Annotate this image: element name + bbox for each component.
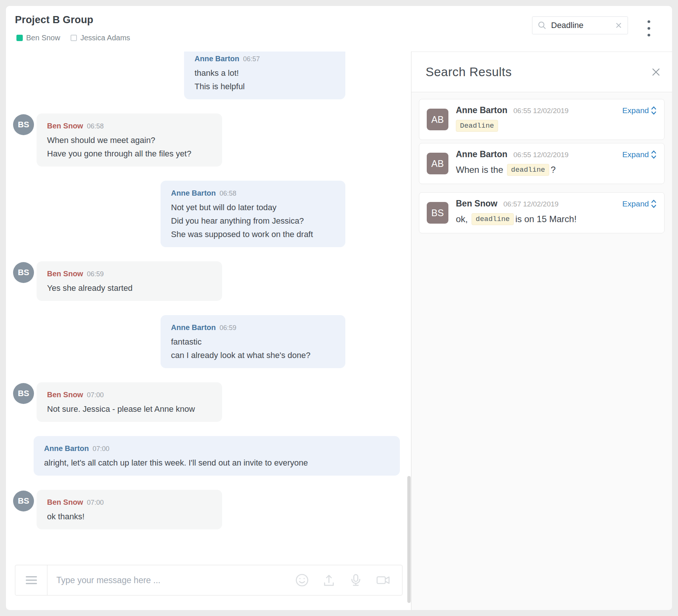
hamburger-icon[interactable] bbox=[15, 565, 47, 595]
search-icon bbox=[538, 21, 547, 30]
expand-button[interactable]: Expand bbox=[622, 199, 657, 209]
message-time: 06:59 bbox=[87, 270, 104, 278]
message-bubble: Anne Barton06:58Not yet but will do late… bbox=[161, 181, 345, 247]
microphone-icon[interactable] bbox=[349, 573, 363, 587]
message-time: 06:57 bbox=[243, 55, 260, 63]
message-author: Ben Snow bbox=[47, 122, 83, 130]
kebab-menu-icon[interactable] bbox=[643, 18, 655, 39]
avatar[interactable]: BS bbox=[427, 202, 448, 224]
message-line: Yes she already started bbox=[47, 281, 212, 295]
message-bubble: Anne Barton06:59fantasticcan I already l… bbox=[161, 315, 345, 368]
result-text-fragment: is on 15 March! bbox=[515, 214, 576, 224]
message-author: Anne Barton bbox=[171, 189, 216, 197]
result-body: Anne Barton06:55 12/02/2019ExpandWhen is… bbox=[456, 149, 657, 178]
expand-button[interactable]: Expand bbox=[622, 149, 657, 160]
message-time: 06:59 bbox=[220, 324, 236, 332]
message-line: Did you hear anything from Jessica? bbox=[171, 214, 335, 228]
result-author: Anne Barton bbox=[456, 149, 507, 159]
message-head: Ben Snow07:00 bbox=[47, 498, 212, 507]
expand-label: Expand bbox=[622, 150, 649, 159]
close-icon[interactable] bbox=[651, 67, 661, 77]
expand-chevrons-icon bbox=[651, 199, 657, 209]
participant-name: Jessica Adams bbox=[80, 34, 130, 42]
message-bubble: Anne Barton07:00alright, let's all catch… bbox=[34, 436, 400, 476]
message-row: Anne Barton07:00alright, let's all catch… bbox=[6, 436, 411, 476]
message-row: Anne Barton06:59fantasticcan I already l… bbox=[6, 315, 411, 368]
message-line: Not yet but will do later today bbox=[171, 201, 335, 214]
page-title: Project B Group bbox=[15, 14, 93, 26]
result-timestamp: 06:55 12/02/2019 bbox=[513, 107, 569, 115]
result-author: Ben Snow bbox=[456, 199, 497, 209]
message-line: This is helpful bbox=[195, 80, 335, 93]
message-row: Anne Barton06:58Not yet but will do late… bbox=[6, 181, 411, 247]
message-line: Have you gone through all the files yet? bbox=[47, 147, 212, 161]
composer-icons bbox=[295, 565, 402, 595]
result-author: Anne Barton bbox=[456, 105, 507, 115]
clear-icon[interactable] bbox=[615, 22, 622, 29]
emoji-icon[interactable] bbox=[295, 573, 309, 587]
message-bubble: Ben Snow07:00ok thanks! bbox=[37, 490, 222, 529]
panel-title: Search Results bbox=[426, 65, 512, 79]
message-line: Not sure. Jessica - please let Anne know bbox=[47, 402, 212, 416]
search-result-card[interactable]: BSBen Snow06:57 12/02/2019Expandok,deadl… bbox=[419, 192, 665, 233]
message-author: Anne Barton bbox=[44, 444, 89, 452]
message-author: Anne Barton bbox=[171, 323, 216, 332]
expand-button[interactable]: Expand bbox=[622, 105, 657, 116]
message-head: Ben Snow07:00 bbox=[47, 391, 212, 399]
result-text-fragment: When is the bbox=[456, 165, 503, 175]
result-body: Ben Snow06:57 12/02/2019Expandok,deadlin… bbox=[456, 199, 657, 227]
message-bubble: Ben Snow06:59Yes she already started bbox=[37, 261, 222, 301]
message-time: 06:58 bbox=[220, 190, 236, 197]
avatar[interactable]: AB bbox=[427, 109, 448, 130]
message-input[interactable] bbox=[47, 565, 295, 595]
message-author: Ben Snow bbox=[47, 391, 83, 399]
upload-icon[interactable] bbox=[322, 573, 336, 587]
avatar[interactable]: AB bbox=[427, 153, 448, 174]
result-text-fragment: ok, bbox=[456, 214, 468, 224]
message-bubble: Ben Snow07:00Not sure. Jessica - please … bbox=[37, 382, 222, 422]
message-time: 06:58 bbox=[87, 122, 104, 130]
result-body: Anne Barton06:55 12/02/2019ExpandDeadlin… bbox=[456, 105, 657, 134]
message-time: 07:00 bbox=[87, 391, 104, 399]
message-row: BSBen Snow06:58When should we meet again… bbox=[6, 113, 411, 167]
video-camera-icon[interactable] bbox=[376, 573, 391, 587]
highlighted-keyword: Deadline bbox=[456, 120, 498, 132]
result-timestamp: 06:55 12/02/2019 bbox=[513, 151, 569, 159]
message-line: She was supposed to work on the draft bbox=[171, 228, 335, 241]
search-input[interactable] bbox=[551, 21, 615, 30]
result-text-fragment: ? bbox=[551, 165, 556, 175]
message-bubble: Anne Barton06:57thanks a lot!This is hel… bbox=[184, 52, 345, 99]
message-row: Anne Barton06:57thanks a lot!This is hel… bbox=[6, 52, 411, 99]
search-results-panel: Search Results ABAnne Barton06:55 12/02/… bbox=[411, 52, 672, 610]
chat-header: Project B Group Ben SnowJessica Adams bbox=[6, 6, 672, 52]
chat-scrollbar[interactable] bbox=[407, 476, 411, 603]
message-row: BSBen Snow07:00ok thanks! bbox=[6, 490, 411, 529]
expand-label: Expand bbox=[622, 106, 649, 115]
message-line: can I already look at what she's done? bbox=[171, 349, 335, 362]
avatar[interactable]: BS bbox=[13, 262, 34, 283]
participant-list: Ben SnowJessica Adams bbox=[16, 34, 130, 42]
message-head: Ben Snow06:58 bbox=[47, 122, 212, 130]
message-author: Ben Snow bbox=[47, 498, 83, 506]
message-row: BSBen Snow07:00Not sure. Jessica - pleas… bbox=[6, 382, 411, 422]
participant-jessica-adams: Jessica Adams bbox=[71, 34, 130, 42]
avatar[interactable]: BS bbox=[13, 114, 34, 135]
search-box[interactable] bbox=[532, 16, 628, 34]
message-author: Anne Barton bbox=[195, 55, 239, 63]
message-time: 07:00 bbox=[93, 445, 109, 452]
message-composer bbox=[15, 565, 402, 595]
result-top-row: Anne Barton06:55 12/02/2019Expand bbox=[456, 149, 657, 160]
expand-label: Expand bbox=[622, 199, 649, 208]
search-result-card[interactable]: ABAnne Barton06:55 12/02/2019ExpandWhen … bbox=[419, 143, 665, 184]
message-bubble: Ben Snow06:58When should we meet again?H… bbox=[37, 113, 222, 167]
result-text: ok,deadlineis on 15 March! bbox=[456, 213, 657, 225]
message-head: Anne Barton06:57 bbox=[195, 55, 335, 63]
avatar[interactable]: BS bbox=[13, 491, 34, 511]
message-author: Ben Snow bbox=[47, 270, 83, 278]
search-result-card[interactable]: ABAnne Barton06:55 12/02/2019ExpandDeadl… bbox=[419, 99, 665, 140]
panel-header: Search Results bbox=[411, 52, 672, 92]
result-text: When is thedeadline? bbox=[456, 164, 657, 176]
highlighted-keyword: deadline bbox=[472, 213, 514, 225]
avatar[interactable]: BS bbox=[13, 383, 34, 404]
result-text: Deadline bbox=[456, 120, 657, 132]
